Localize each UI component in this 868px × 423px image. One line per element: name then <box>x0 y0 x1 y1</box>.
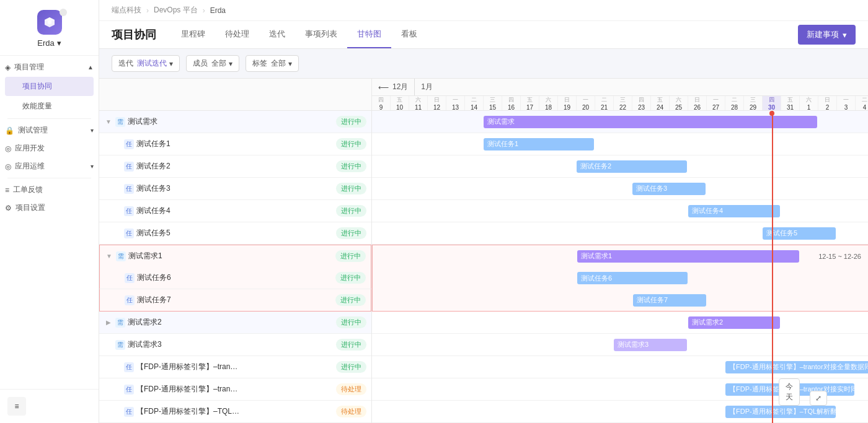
day-cell-15: 五24 <box>651 96 670 110</box>
fullscreen-button[interactable]: ⤢ <box>810 391 827 406</box>
expand-req1[interactable]: ▼ <box>104 118 113 126</box>
main-content: 端点科技 › DevOps 平台 › Erda 项目协同 里程碑 待处理 迭代 … <box>99 0 868 423</box>
day-cell-19: 二28 <box>725 96 744 110</box>
sidebar-group-app-ops[interactable]: ◎ 应用运维 ▾ <box>0 157 99 175</box>
tab-pending[interactable]: 待处理 <box>215 21 259 48</box>
gantt-left-row-req2: ▼ 需 测试需求1 进行中 <box>99 245 371 267</box>
day-cell-21: 四30 <box>763 96 781 110</box>
gantt-bar-9[interactable]: 测试需求2 <box>688 316 780 329</box>
req-icon-req1: 需 <box>115 117 125 127</box>
day-cell-22: 五31 <box>781 96 800 110</box>
day-cell-6: 三15 <box>484 96 502 110</box>
gantt-bar-11[interactable]: 【FDP-通用标签引擎】–trantor对接全量数据同步 <box>725 361 868 373</box>
date-range-label: 12-15 ~ 12-26 <box>818 253 861 260</box>
gantt-left-row-task2: 任 测试任务2 进行中 <box>99 155 371 178</box>
sidebar-group-project-settings[interactable]: ⚙ 项目设置 <box>0 199 99 217</box>
tab-iteration[interactable]: 迭代 <box>259 21 295 48</box>
task-icon-task2: 任 <box>124 162 134 172</box>
tab-milestone[interactable]: 里程碑 <box>171 21 215 48</box>
gantt-bar-8[interactable]: 测试任务7 <box>633 294 706 307</box>
gantt-bar-3[interactable]: 测试任务3 <box>632 183 706 195</box>
day-cell-3: 日12 <box>428 96 446 110</box>
expand-task7[interactable] <box>113 296 122 305</box>
expand-req2[interactable]: ▼ <box>105 252 113 261</box>
sidebar-group-app-dev[interactable]: ◎ 应用开发 <box>0 139 99 157</box>
tab-issue-list[interactable]: 事项列表 <box>295 21 347 48</box>
expand-req4[interactable] <box>104 341 113 349</box>
gantt-left-row-req3: ▶ 需 测试需求2 进行中 <box>99 312 371 334</box>
filter-member[interactable]: 成员 全部 ▾ <box>186 55 239 72</box>
chevron-down-icon2: ▾ <box>91 163 94 170</box>
tab-gantt[interactable]: 甘特图 <box>347 21 391 48</box>
row-name-task6: 测试任务6 <box>137 273 330 283</box>
gantt-bar-10[interactable]: 测试需求3 <box>614 339 687 351</box>
divider1 <box>7 118 91 119</box>
gantt-right-row-8: 测试任务7 <box>372 289 868 312</box>
filter-iteration[interactable]: 迭代 测试迭代 ▾ <box>112 55 180 72</box>
new-item-button[interactable]: 新建事项 ▾ <box>798 25 856 45</box>
app-dev-icon: ◎ <box>5 144 11 153</box>
row-name-task3: 测试任务3 <box>136 183 331 194</box>
gantt-right-row-4: 测试任务4 <box>372 200 868 222</box>
expand-task4[interactable] <box>113 207 122 216</box>
expand-task3[interactable] <box>113 185 122 193</box>
status-task3: 进行中 <box>336 183 366 194</box>
gantt-right-row-3: 测试任务3 <box>372 178 868 200</box>
divider2 <box>7 178 91 178</box>
gantt-bar-5[interactable]: 测试任务5 <box>763 227 836 240</box>
status-task6: 进行中 <box>335 272 366 284</box>
sidebar-logo: Erda ▾ <box>0 0 99 56</box>
gantt-bar-1[interactable]: 测试任务1 <box>484 138 594 150</box>
status-task4: 进行中 <box>336 205 366 217</box>
gantt-right-row-1: 测试任务1 <box>372 133 868 155</box>
breadcrumb-item-platform[interactable]: DevOps 平台 <box>154 5 198 15</box>
gantt-right-row-5: 测试任务5 <box>372 222 868 245</box>
day-cell-23: 六1 <box>800 96 818 110</box>
expand-task5[interactable] <box>113 229 122 238</box>
day-cell-9: 六18 <box>539 96 558 110</box>
expand-task1[interactable] <box>113 140 122 149</box>
sidebar: Erda ▾ ◈ 项目管理 ▲ 项目协同 效能度量 🔒 测试管理 <box>0 0 99 423</box>
day-cell-13: 三22 <box>614 96 632 110</box>
sidebar-group-test-mgmt[interactable]: 🔒 测试管理 ▾ <box>0 121 99 139</box>
status-req4: 进行中 <box>336 339 366 351</box>
gantt-bar-6[interactable]: 测试需求112-15 ~ 12-26 <box>577 250 799 263</box>
gantt-bar-4[interactable]: 测试任务4 <box>688 205 780 217</box>
tab-kanban[interactable]: 看板 <box>391 21 427 48</box>
task-icon-fdp1: 任 <box>124 362 134 372</box>
gantt-left-header <box>99 79 371 111</box>
month-jan: 1月 <box>415 79 868 95</box>
gantt-bar-0[interactable]: 测试需求 <box>484 116 817 128</box>
day-cell-10: 日19 <box>558 96 577 110</box>
expand-fdp1[interactable] <box>113 363 122 372</box>
gantt-bar-2[interactable]: 测试任务2 <box>577 160 687 173</box>
sidebar-group-project-mgmt[interactable]: ◈ 项目管理 ▲ <box>0 58 99 76</box>
sidebar-group-ticket[interactable]: ≡ 工单反馈 <box>0 181 99 199</box>
status-req3: 进行中 <box>336 316 366 328</box>
breadcrumb-item-company[interactable]: 端点科技 <box>112 5 141 15</box>
status-req2: 进行中 <box>335 250 366 262</box>
gantt-left-row-task5: 任 测试任务5 进行中 <box>99 222 371 245</box>
today-button[interactable]: 今天 <box>779 378 800 406</box>
gantt-bar-13[interactable]: 【FDP-通用标签引擎】–TQL解析翻译 <box>725 406 836 418</box>
today-line <box>772 111 773 423</box>
expand-task2[interactable] <box>113 162 122 171</box>
app-name[interactable]: Erda ▾ <box>37 38 61 48</box>
task-icon-task6: 任 <box>125 273 135 283</box>
breadcrumb-item-erda[interactable]: Erda <box>210 6 226 15</box>
gantt-bar-7[interactable]: 测试任务6 <box>577 272 688 284</box>
row-name-task7: 测试任务7 <box>137 295 330 305</box>
expand-fdp3[interactable] <box>113 408 122 416</box>
expand-req3[interactable]: ▶ <box>104 318 113 327</box>
month-header-row: ⟵ 12月 1月 <box>372 79 868 96</box>
expand-task6[interactable] <box>113 274 122 282</box>
sidebar-item-project-collab[interactable]: 项目协同 <box>5 77 94 96</box>
filter-tag[interactable]: 标签 全部 ▾ <box>246 55 299 72</box>
gantt-right-row-6: 测试需求112-15 ~ 12-26 <box>372 245 868 267</box>
sidebar-bottom-icon[interactable]: ≡ <box>7 397 26 416</box>
gantt-header: ⟵ 12月 1月 四9五10六11日12一13二14三15四16五17六18日1… <box>372 79 868 111</box>
expand-fdp2[interactable] <box>113 385 122 394</box>
sidebar-item-efficiency[interactable]: 效能度量 <box>5 97 94 116</box>
row-name-req4: 测试需求3 <box>128 339 331 350</box>
status-fdp2: 待处理 <box>336 383 366 395</box>
